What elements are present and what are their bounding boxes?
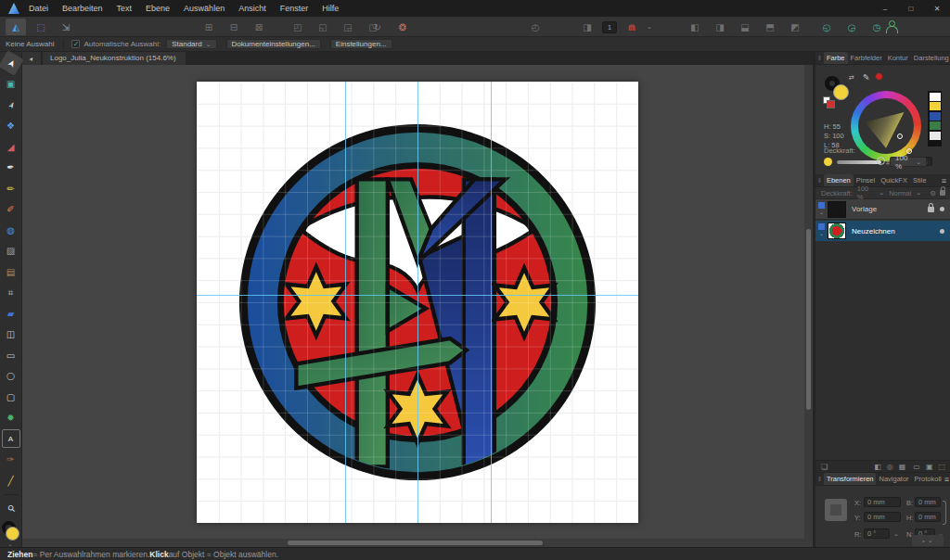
guide-vertical-right[interactable] xyxy=(491,82,492,523)
tab-ebenen[interactable]: Ebenen xyxy=(824,174,854,186)
delete-layer-icon[interactable]: ⬚ xyxy=(938,463,945,471)
transform-anchor-selector[interactable] xyxy=(825,499,847,521)
menu-datei[interactable]: Datei xyxy=(29,4,48,13)
link-dimensions-icon[interactable] xyxy=(943,501,946,525)
tab-kontur[interactable]: Kontur xyxy=(885,52,911,64)
menu-bearbeiten[interactable]: Bearbeiten xyxy=(62,4,103,13)
add-group-icon[interactable]: ▣ xyxy=(926,463,933,471)
tab-navigator[interactable]: Navigator xyxy=(876,473,911,485)
panel-menu-icon[interactable]: ≡ xyxy=(944,475,949,484)
artboard-tool[interactable]: ▣ xyxy=(2,75,20,94)
history-icon[interactable]: ◴ xyxy=(525,19,546,35)
blend-mode-value[interactable]: Normal xyxy=(889,189,911,197)
pen-tool[interactable]: ✒ xyxy=(2,159,20,177)
rotation-reset-icon[interactable]: ↻ xyxy=(367,19,388,35)
close-button[interactable]: ✕ xyxy=(924,0,950,17)
menu-hilfe[interactable]: Hilfe xyxy=(322,4,339,13)
text-tool[interactable]: A xyxy=(2,429,20,448)
rounded-rectangle-tool[interactable]: ▢ xyxy=(2,388,20,406)
chevron-down-icon[interactable]: ⌄ xyxy=(893,530,899,538)
layer-row-neuzeichnen[interactable]: Neuzeichnen xyxy=(815,221,950,241)
star-shape-tool[interactable]: ✹ xyxy=(2,409,20,427)
layer-settings-gear-icon[interactable]: ⚙ xyxy=(930,189,936,197)
picked-color-swatch[interactable] xyxy=(875,72,883,81)
guide-horizontal[interactable] xyxy=(197,295,638,296)
layer-row-vorlage[interactable]: Vorlage xyxy=(815,199,950,220)
tab-farbfelder[interactable]: Farbfelder xyxy=(848,52,885,64)
rotation-field[interactable]: 0 ° xyxy=(864,528,890,539)
swatch-green[interactable] xyxy=(930,121,941,130)
maximize-button[interactable]: □ xyxy=(898,0,924,17)
account-person-icon[interactable] xyxy=(881,19,902,35)
color-cycle-icon[interactable]: ❂ xyxy=(392,19,413,35)
chevron-down-icon[interactable]: ⌄ xyxy=(879,189,884,197)
opacity-value-dropdown[interactable]: 100 % ⌄ xyxy=(890,157,927,167)
menu-ebene[interactable]: Ebene xyxy=(146,4,170,13)
menu-text[interactable]: Text xyxy=(117,4,133,13)
zoom-tool[interactable]: ⚲ xyxy=(0,494,24,520)
place-image-tool[interactable]: ▤ xyxy=(2,262,20,281)
align-left-icon[interactable]: ◰ xyxy=(288,19,308,35)
transparency-tool[interactable]: ▨ xyxy=(2,242,20,261)
layer-lock-icon[interactable] xyxy=(940,190,945,196)
chevron-down-icon[interactable]: ⌄ xyxy=(8,541,13,547)
ellipse-tool[interactable]: ◯ xyxy=(2,367,20,386)
x-field[interactable]: 0 mm xyxy=(864,497,901,507)
insert-behind-icon[interactable]: ◧ xyxy=(685,19,705,35)
snapping-magnet-icon[interactable]: ⋒ xyxy=(622,19,642,35)
color-wheel[interactable] xyxy=(851,91,921,161)
chevron-down-icon[interactable]: ⌄ xyxy=(916,189,921,197)
transform-options-dropdown[interactable]: ▫ ⌄ xyxy=(912,535,944,546)
settings-button[interactable]: Einstellungen... xyxy=(330,39,392,49)
layers-empty-area[interactable] xyxy=(815,241,950,460)
fill-stroke-indicator[interactable]: ⌄ xyxy=(1,521,21,543)
reset-colors-icon[interactable] xyxy=(823,96,830,104)
vector-brush-tool[interactable]: ✐ xyxy=(2,200,20,219)
horizontal-scroll-thumb[interactable] xyxy=(288,541,543,545)
add-layer-icon[interactable]: ▭ xyxy=(913,463,920,471)
menu-auswaehlen[interactable]: Auswählen xyxy=(184,4,225,13)
document-settings-button[interactable]: Dokumenteinstellungen... xyxy=(226,39,321,49)
layer-thumbnail[interactable] xyxy=(828,223,846,239)
auto-select-mode-dropdown[interactable]: Standard ⌄ xyxy=(166,39,216,49)
minimize-button[interactable]: – xyxy=(872,0,898,17)
paint-brush-tool[interactable]: ✑ xyxy=(2,451,20,469)
tab-darstellung[interactable]: Darstellung xyxy=(911,52,950,64)
auto-select-checkbox[interactable]: ✓ xyxy=(71,40,80,48)
layer-color-tag[interactable] xyxy=(815,199,828,220)
crop-tool[interactable]: ◫ xyxy=(2,325,20,344)
snap-candidates-count[interactable]: 1 xyxy=(602,21,617,33)
lock-icon[interactable] xyxy=(928,207,934,212)
fill-stroke-indicator[interactable]: ⇄ xyxy=(825,76,856,106)
align-center-icon[interactable]: ◱ xyxy=(313,19,333,35)
panel-grip-icon[interactable]: ‖ xyxy=(818,177,821,184)
swatch-gray[interactable] xyxy=(930,132,941,140)
opacity-slider-knob[interactable] xyxy=(877,157,885,165)
gradient-tool[interactable]: ▰ xyxy=(2,304,20,323)
tab-stile[interactable]: Stile xyxy=(910,174,930,186)
menu-fenster[interactable]: Fenster xyxy=(280,4,309,13)
node-tool[interactable]: ➢ xyxy=(0,92,23,117)
swatch-blue[interactable] xyxy=(930,112,941,121)
boolean-add-icon[interactable]: ◵ xyxy=(816,19,837,35)
menu-ansicht[interactable]: Ansicht xyxy=(238,4,266,13)
y-field[interactable]: 0 mm xyxy=(864,512,901,522)
width-field[interactable]: 0 mm xyxy=(915,497,941,507)
transform-mode-icon[interactable]: ⊞ xyxy=(199,19,219,35)
blend-ranges-icon[interactable]: ❏ xyxy=(821,463,828,471)
insert-above-icon[interactable]: ⬒ xyxy=(760,19,780,35)
panel-grip-icon[interactable]: ‖ xyxy=(818,476,821,482)
guide-vertical-center[interactable] xyxy=(417,82,418,523)
swatch-white[interactable] xyxy=(930,93,941,101)
align-right-icon[interactable]: ◲ xyxy=(338,19,358,35)
vertical-scroll-thumb[interactable] xyxy=(806,229,811,410)
scale-mode-icon[interactable]: ⊟ xyxy=(224,19,244,35)
visibility-dot-icon[interactable] xyxy=(940,229,944,234)
insert-inside-icon[interactable]: ⬓ xyxy=(735,19,755,35)
height-field[interactable]: 0 mm xyxy=(915,512,941,522)
layer-effects-icon[interactable]: ◎ xyxy=(887,463,893,471)
adjustment-icon[interactable]: ◧ xyxy=(874,463,881,471)
swatch-yellow[interactable] xyxy=(930,102,941,110)
pencil-tool[interactable]: ✏ xyxy=(2,179,20,197)
panel-menu-icon[interactable]: ≡ xyxy=(942,176,946,185)
